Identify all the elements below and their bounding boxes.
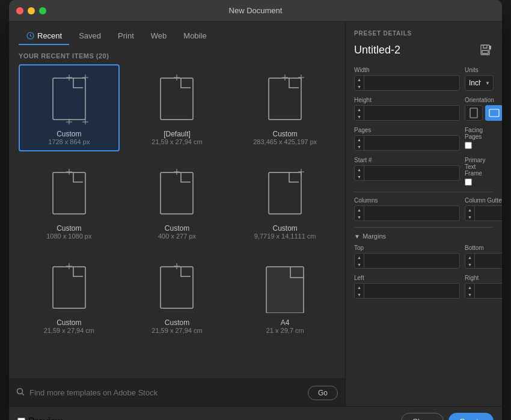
columns-value[interactable]: 1: [364, 209, 459, 218]
column-gutter-up[interactable]: ▲: [465, 206, 474, 213]
preview-label: Preview: [28, 416, 63, 421]
right-arrows: ▲ ▼: [465, 284, 475, 298]
doc-icon-1: [153, 70, 201, 127]
grid-item-2[interactable]: Custom 283,465 x 425,197 px: [234, 64, 335, 151]
bottom-label: Bottom: [465, 245, 502, 251]
tab-saved[interactable]: Saved: [72, 28, 108, 45]
tab-recent[interactable]: Recent: [19, 28, 69, 45]
svg-rect-33: [266, 267, 304, 313]
tabs-bar: Recent Saved Print Web Mobile: [9, 22, 345, 45]
pages-group: Pages ▲ ▼ 1: [354, 127, 460, 151]
height-label: Height: [354, 97, 460, 103]
units-group: Units Inches Pixels Centimeters Millimet…: [465, 67, 494, 91]
landscape-button[interactable]: [485, 105, 502, 121]
maximize-button[interactable]: [39, 7, 46, 14]
close-button[interactable]: Close: [401, 413, 444, 420]
preset-title-row: Untitled-2: [354, 41, 494, 58]
width-group: Width ▲ ▼ 24 in: [354, 67, 460, 91]
grid-item-5[interactable]: Custom 9,7719 x 14,1111 cm: [234, 159, 335, 246]
close-button[interactable]: [16, 7, 23, 14]
portrait-button[interactable]: [465, 105, 483, 121]
svg-rect-30: [161, 267, 193, 308]
doc-icon-4: [153, 165, 201, 222]
pages-down[interactable]: ▼: [355, 143, 364, 150]
tab-print-label: Print: [118, 31, 134, 40]
start-value[interactable]: 1: [364, 169, 459, 177]
columns-down[interactable]: ▼: [355, 213, 364, 221]
tab-recent-label: Recent: [37, 31, 62, 40]
pages-value[interactable]: 1: [364, 139, 459, 147]
svg-rect-27: [53, 267, 85, 308]
preview-checkbox[interactable]: [17, 418, 25, 420]
svg-rect-24: [269, 172, 301, 214]
top-value[interactable]: 0,5 in: [364, 257, 459, 265]
svg-rect-13: [269, 78, 301, 120]
margins-toggle[interactable]: ▼: [354, 233, 360, 240]
orientation-group: Orientation: [465, 97, 502, 121]
height-down[interactable]: ▼: [355, 113, 364, 120]
item-size-6: 21,59 x 27,94 cm: [44, 327, 94, 334]
units-select[interactable]: Inches Pixels Centimeters Millimeters Po…: [465, 75, 494, 91]
bottom-down[interactable]: ▼: [465, 261, 474, 268]
right-group: Right ▲ ▼ 0,5 in: [465, 275, 502, 299]
grid-item-3[interactable]: Custom 1080 x 1080 px: [19, 159, 120, 246]
bottom-value[interactable]: 0,5 in: [475, 257, 502, 265]
minimize-button[interactable]: [28, 7, 35, 14]
grid-item-0[interactable]: Custom 1728 x 864 px: [19, 64, 120, 151]
columns-row: Columns ▲ ▼ 1 Column Gutter: [354, 197, 494, 221]
start-up[interactable]: ▲: [355, 166, 364, 173]
grid-item-1[interactable]: [Default] 21,59 x 27,94 cm: [127, 64, 228, 151]
tab-mobile[interactable]: Mobile: [176, 28, 213, 45]
grid-item-8[interactable]: A4 21 x 29,7 cm: [234, 253, 335, 340]
primary-text-checkbox-row: [465, 178, 494, 186]
pages-row: Pages ▲ ▼ 1 Facing Pages: [354, 127, 494, 151]
doc-icon-6: [45, 259, 93, 316]
column-gutter-down[interactable]: ▼: [465, 213, 474, 221]
primary-text-checkbox[interactable]: [465, 178, 472, 186]
right-value[interactable]: 0,5 in: [475, 287, 502, 295]
columns-group: Columns ▲ ▼ 1: [354, 197, 460, 221]
bottom-group: Bottom ▲ ▼ 0,5 in: [465, 245, 502, 269]
grid-item-6[interactable]: Custom 21,59 x 27,94 cm: [19, 253, 120, 340]
right-down[interactable]: ▼: [465, 291, 474, 298]
top-down[interactable]: ▼: [355, 261, 364, 268]
left-spinner: ▲ ▼ 0,5 in: [354, 283, 460, 299]
pages-up[interactable]: ▲: [355, 136, 364, 143]
grid-item-7[interactable]: Custom 21,59 x 27,94 cm: [127, 253, 228, 340]
item-name-5: Custom: [272, 224, 297, 233]
start-down[interactable]: ▼: [355, 173, 364, 180]
item-name-2: Custom: [272, 130, 297, 138]
orientation-buttons: [465, 105, 502, 121]
height-up[interactable]: ▲: [355, 106, 364, 113]
column-gutter-value[interactable]: 0,1667 in: [475, 209, 502, 218]
tab-web[interactable]: Web: [144, 28, 174, 45]
facing-pages-checkbox[interactable]: [465, 142, 472, 149]
height-value[interactable]: 12 in: [364, 109, 459, 117]
search-input[interactable]: [29, 388, 303, 397]
left-down[interactable]: ▼: [355, 291, 364, 298]
item-name-7: Custom: [165, 318, 189, 327]
search-icon: [16, 388, 25, 398]
doc-icon-0: [45, 70, 93, 127]
save-preset-button[interactable]: [477, 41, 494, 58]
right-panel-inner: PRESET DETAILS Untitled-2: [354, 30, 494, 299]
left-up[interactable]: ▲: [355, 284, 364, 291]
width-down[interactable]: ▼: [355, 83, 364, 90]
start-label: Start #: [354, 157, 460, 163]
tab-print[interactable]: Print: [111, 28, 141, 45]
right-up[interactable]: ▲: [465, 284, 474, 291]
create-button[interactable]: Create: [448, 413, 494, 420]
preview-row: Preview: [17, 416, 63, 421]
columns-up[interactable]: ▲: [355, 206, 364, 213]
orientation-label: Orientation: [465, 97, 502, 103]
bottom-bar: Preview Close Create: [9, 406, 502, 420]
grid-item-4[interactable]: Custom 400 x 277 px: [127, 159, 228, 246]
bottom-up[interactable]: ▲: [465, 254, 474, 261]
width-value[interactable]: 24 in: [364, 79, 459, 87]
go-button[interactable]: Go: [308, 386, 338, 400]
left-value[interactable]: 0,5 in: [364, 287, 459, 295]
item-name-6: Custom: [57, 318, 81, 327]
top-up[interactable]: ▲: [355, 254, 364, 261]
width-up[interactable]: ▲: [355, 76, 364, 83]
width-arrows: ▲ ▼: [355, 76, 364, 90]
